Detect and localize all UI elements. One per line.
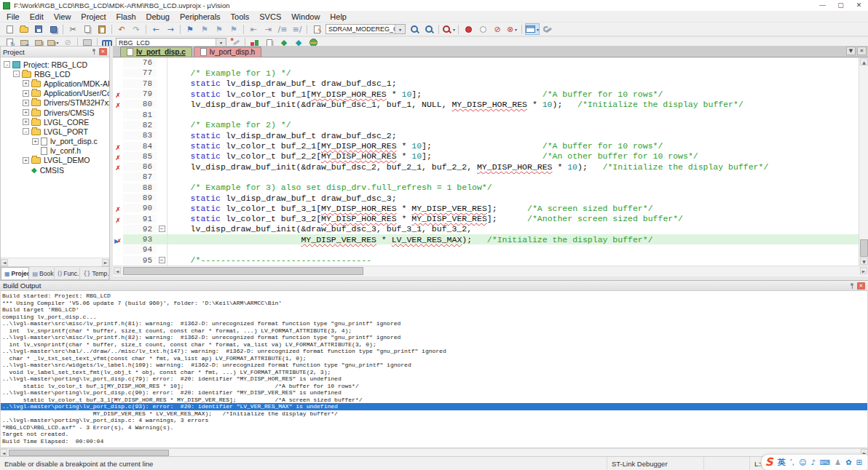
- code-line-76[interactable]: 76: [113, 57, 868, 68]
- expand-icon[interactable]: +: [23, 109, 29, 116]
- scroll-right-icon[interactable]: ►: [102, 259, 109, 266]
- more-icon[interactable]: ⊞: [856, 459, 862, 466]
- expand-icon[interactable]: +: [23, 80, 29, 87]
- collapse-icon[interactable]: -: [4, 61, 10, 68]
- output-line-18[interactable]: MY_DISP_VER_RES * LV_VER_RES_MAX); /*Ini…: [2, 410, 867, 418]
- code-area[interactable]: 7677 /* Example for 1) */78 static lv_di…: [113, 57, 868, 266]
- output-line-21[interactable]: Target not created.: [2, 431, 867, 438]
- output-line-22[interactable]: Build Time Elapsed: 00:00:04: [2, 438, 867, 445]
- comment-selection-icon[interactable]: /≡: [276, 23, 289, 35]
- tree-item-lvgl-port[interactable]: -LVGL_PORT: [1, 127, 109, 136]
- incremental-find-icon[interactable]: [422, 23, 435, 35]
- tree-item-application-user-core[interactable]: +Application/User/Core: [1, 89, 109, 98]
- close-panel-icon[interactable]: ✕: [857, 282, 865, 290]
- code-line-95[interactable]: 95− /*----------------------------------: [113, 255, 868, 266]
- tree-item-application-mdk-arm[interactable]: +Application/MDK-ARM: [1, 79, 109, 88]
- find-in-files-icon[interactable]: [408, 23, 421, 35]
- code-line-91[interactable]: ✗91 static lv_color_t buf_3_2[MY_DISP_HO…: [113, 213, 868, 223]
- code-line-82[interactable]: 82 /* Example for 2) */: [113, 120, 868, 130]
- maximize-button[interactable]: ▢: [832, 0, 850, 11]
- collapse-icon[interactable]: -: [23, 128, 29, 135]
- output-line-3[interactable]: Build target 'RBG_LCD': [2, 306, 867, 314]
- toggle-bookmark-icon[interactable]: ⚑: [184, 23, 197, 35]
- output-line-2[interactable]: *** Using Compiler 'V5.06 update 7 (buil…: [2, 300, 867, 307]
- emoji-icon[interactable]: ☺: [799, 459, 806, 466]
- pin-icon[interactable]: [849, 282, 855, 290]
- tab-templates[interactable]: {}Temp...: [80, 268, 109, 279]
- output-line-16[interactable]: static lv_color_t buf_3_1[MY_DISP_HOR_RE…: [2, 397, 867, 404]
- output-line-11[interactable]: ..\lvgl-master\src/widgets/lv_label.h(10…: [2, 362, 867, 369]
- output-line-19[interactable]: ..\lvgl-master\porting\lv_port_disp.c: 4…: [2, 417, 867, 424]
- output-line-20[interactable]: "RBG_LCD\RBG_LCD.axf" - 3 Error(s), 4 Wa…: [2, 424, 867, 431]
- code-line-93[interactable]: ▶✗93 MY_DISP_VER_RES * LV_VER_RES_MAX); …: [113, 234, 868, 244]
- navigate-back-icon[interactable]: ←: [149, 23, 162, 35]
- output-line-6[interactable]: int lv_snprintf(char * buffer, size_t co…: [2, 327, 867, 335]
- tree-item-lvgl-core[interactable]: +LVGL_CORE: [1, 117, 109, 127]
- tree-item-rbg-lcd[interactable]: -RBG_LCD: [1, 69, 109, 79]
- output-line-14[interactable]: static lv_color_t buf_1[MY_DISP_HOR_RES …: [2, 383, 867, 390]
- code-line-80[interactable]: ✗80 lv_disp_draw_buf_init(&draw_buf_dsc_…: [113, 99, 868, 109]
- tree-item-drivers-cmsis[interactable]: +Drivers/CMSIS: [1, 108, 109, 117]
- keyboard-icon[interactable]: ⌨: [820, 459, 830, 466]
- chevron-down-icon[interactable]: ▾: [395, 25, 405, 33]
- insert-remove-breakpoint-icon[interactable]: [462, 23, 475, 35]
- hscroll-thumb[interactable]: [123, 267, 363, 275]
- sogou-logo[interactable]: S: [765, 457, 773, 468]
- code-line-92[interactable]: 92− lv_disp_draw_buf_init(&draw_buf_dsc_…: [113, 224, 868, 234]
- tab-list-dropdown-icon[interactable]: ▼: [846, 47, 856, 55]
- tree-item-project-rbg-lcd[interactable]: -Project: RBG_LCD: [1, 60, 109, 69]
- output-line-12[interactable]: void lv_label_set_text_fmt(lv_obj_t * ob…: [2, 369, 867, 376]
- menu-debug[interactable]: Debug: [141, 12, 175, 21]
- tree-item-lv-port-disp-c[interactable]: +lv_port_disp.c: [1, 137, 109, 146]
- scroll-left-icon[interactable]: ◄: [1, 259, 8, 266]
- expand-icon[interactable]: +: [32, 138, 39, 145]
- menu-tools[interactable]: Tools: [226, 12, 255, 21]
- redo-icon[interactable]: ↷: [130, 23, 143, 35]
- enable-disable-breakpoint-icon[interactable]: [476, 23, 489, 35]
- menu-help[interactable]: Help: [325, 12, 352, 21]
- code-line-94[interactable]: 94: [113, 244, 868, 255]
- output-line-7[interactable]: ..\lvgl-master\src\misc/lv_printf.h(82):…: [2, 334, 867, 341]
- hscroll-thumb[interactable]: [9, 450, 169, 456]
- menu-peripherals[interactable]: Peripherals: [175, 12, 226, 21]
- code-line-78[interactable]: 78 static lv_disp_draw_buf_t draw_buf_ds…: [113, 79, 868, 89]
- output-line-15[interactable]: ..\lvgl-master\porting\lv_port_disp.c(90…: [2, 389, 867, 397]
- expand-icon[interactable]: +: [23, 90, 29, 97]
- code-line-90[interactable]: ✗90 static lv_color_t buf_3_1[MY_DISP_HO…: [113, 203, 868, 213]
- kill-all-breakpoints-icon[interactable]: ⊗▾: [505, 23, 518, 35]
- output-line-8[interactable]: int lv_vsnprintf(char * buffer, size_t c…: [2, 341, 867, 348]
- code-line-81[interactable]: 81: [113, 109, 868, 119]
- editor-tab-lv-port-disp-c[interactable]: lv_port_disp.c: [120, 47, 192, 57]
- paste-icon[interactable]: [95, 23, 108, 35]
- scroll-left-icon[interactable]: ◄: [0, 449, 7, 456]
- project-tree-hscrollbar[interactable]: ◄ ►: [1, 258, 109, 266]
- tree-item-drivers-stm32h7xx-hal-dri[interactable]: +Drivers/STM32H7xx_HAL_Dri: [1, 98, 109, 108]
- editor-hscrollbar[interactable]: ◄ ►: [113, 266, 868, 276]
- clear-all-bookmarks-icon[interactable]: ⚑: [227, 23, 240, 35]
- vscroll-thumb[interactable]: [860, 239, 868, 257]
- build-output-log[interactable]: Build started: Project: RBG_LCD*** Using…: [0, 291, 868, 448]
- code-line-87[interactable]: 87: [113, 172, 868, 182]
- current-context-icon[interactable]: [310, 23, 323, 35]
- tab-project[interactable]: ▦Project: [1, 267, 29, 279]
- phrase-icon[interactable]: ’,: [790, 459, 794, 466]
- tab-functions[interactable]: ()Func...: [55, 268, 80, 279]
- code-line-79[interactable]: ✗79 static lv_color_t buf_1[MY_DISP_HOR_…: [113, 89, 868, 99]
- code-line-86[interactable]: ✗86 lv_disp_draw_buf_init(&draw_buf_dsc_…: [113, 162, 868, 172]
- configure-icon[interactable]: [541, 23, 554, 35]
- copy-icon[interactable]: [81, 23, 94, 35]
- save-all-icon[interactable]: [47, 23, 60, 35]
- code-line-84[interactable]: ✗84 static lv_color_t buf_2_1[MY_DISP_HO…: [113, 140, 868, 151]
- minimize-button[interactable]: —: [813, 0, 832, 11]
- editor-tab-lv-port-disp-h[interactable]: lv_port_disp.h: [194, 47, 261, 57]
- scroll-up-icon[interactable]: ▲: [860, 58, 868, 65]
- uncomment-selection-icon[interactable]: ≡/: [291, 23, 304, 35]
- debug-session-icon[interactable]: ▾: [442, 23, 455, 35]
- next-bookmark-icon[interactable]: ⚑: [213, 23, 226, 35]
- undo-icon[interactable]: ↶: [115, 23, 128, 35]
- expand-icon[interactable]: +: [23, 119, 29, 125]
- output-line-9[interactable]: ..\lvgl-master\src\hal/../draw/../misc/l…: [2, 348, 867, 355]
- new-file-icon[interactable]: [3, 23, 16, 35]
- tree-item-cmsis[interactable]: ◆CMSIS: [1, 165, 109, 175]
- output-line-5[interactable]: ..\lvgl-master\src\misc/lv_printf.h(81):…: [2, 320, 867, 327]
